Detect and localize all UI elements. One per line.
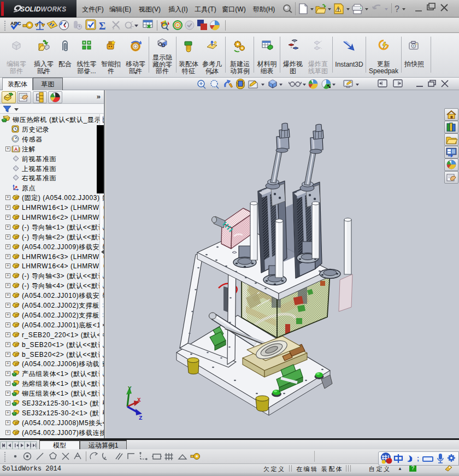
svg-text:A: A <box>14 146 18 152</box>
svg-text:?: ? <box>395 4 399 14</box>
svg-text:X: X <box>137 397 141 403</box>
svg-text:Z: Z <box>139 415 143 421</box>
svg-text:SOLIDWORKS: SOLIDWORKS <box>20 4 67 13</box>
svg-text:;: ; <box>417 455 419 462</box>
svg-text:Y: Y <box>128 385 132 392</box>
svg-text:x: x <box>130 26 132 30</box>
svg-text:Σ: Σ <box>99 20 105 32</box>
